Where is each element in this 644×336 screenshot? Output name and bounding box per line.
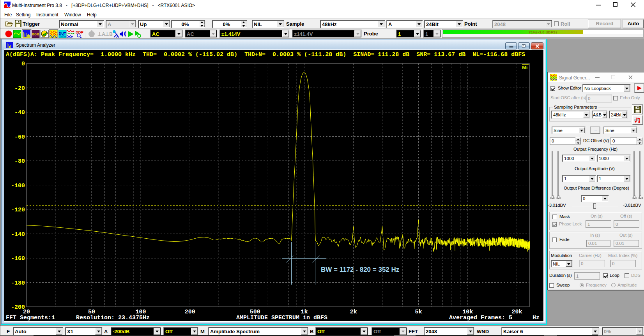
svg-text:2k: 2k — [350, 309, 357, 315]
svg-text:-80: -80 — [14, 158, 25, 165]
svg-text:0: 0 — [21, 61, 25, 67]
svg-text:888: 888 — [32, 32, 39, 37]
svg-text:-140: -140 — [11, 231, 25, 238]
svg-text:-160: -160 — [11, 255, 25, 262]
svg-text:-100: -100 — [11, 183, 25, 189]
svg-text:5k: 5k — [415, 309, 422, 315]
svg-text:-20: -20 — [14, 85, 25, 92]
svg-text:-120: -120 — [11, 207, 25, 213]
svg-text:20k: 20k — [511, 309, 522, 315]
svg-text:200: 200 — [185, 309, 195, 315]
svg-text:Mi: Mi — [522, 65, 527, 70]
svg-text:DDP: DDP — [76, 30, 83, 34]
svg-text:DUT: DUT — [59, 32, 66, 35]
svg-text:-60: -60 — [14, 134, 25, 141]
svg-text:-180: -180 — [11, 280, 25, 287]
svg-text:-40: -40 — [14, 109, 25, 116]
